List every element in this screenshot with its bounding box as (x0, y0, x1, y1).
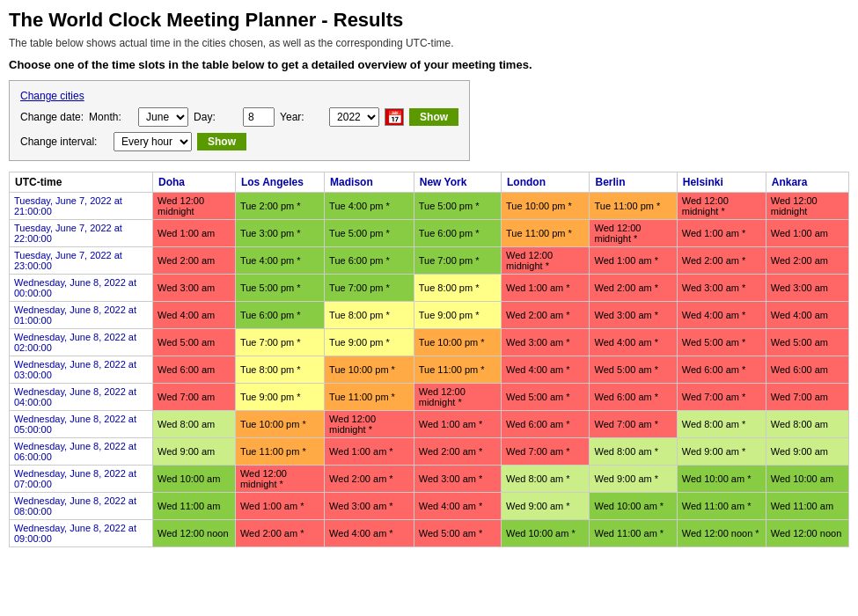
city-cell[interactable]: Wed 12:00 noon (153, 520, 236, 547)
city-cell[interactable]: Wed 6:00 am (766, 356, 848, 384)
city-cell[interactable]: Wed 4:00 am (153, 302, 236, 329)
city-cell[interactable]: Wed 5:00 am * (414, 520, 501, 547)
table-row[interactable]: Wednesday, June 8, 2022 at 04:00:00Wed 7… (10, 384, 849, 411)
city-cell[interactable]: Tue 9:00 pm * (235, 384, 324, 411)
city-cell[interactable]: Wed 12:00 midnight * (590, 220, 677, 247)
city-cell[interactable]: Wed 7:00 am * (502, 438, 590, 466)
city-cell[interactable]: Wed 8:00 am * (590, 438, 677, 466)
city-cell[interactable]: Wed 4:00 am * (325, 520, 414, 547)
city-cell[interactable]: Wed 8:00 am (766, 411, 848, 438)
city-cell[interactable]: Wed 12:00 midnight (766, 193, 848, 220)
city-cell[interactable]: Wed 12:00 midnight * (677, 193, 766, 220)
city-cell[interactable]: Wed 1:00 am * (677, 220, 766, 247)
city-cell[interactable]: Wed 10:00 am * (502, 520, 590, 547)
city-cell[interactable]: Tue 10:00 pm * (502, 193, 590, 220)
city-cell[interactable]: Tue 10:00 pm * (325, 356, 414, 384)
city-cell[interactable]: Wed 2:00 am * (325, 466, 414, 493)
table-row[interactable]: Wednesday, June 8, 2022 at 00:00:00Wed 3… (10, 275, 849, 302)
city-cell[interactable]: Tue 9:00 pm * (414, 302, 501, 329)
city-cell[interactable]: Wed 11:00 am (153, 493, 236, 520)
city-cell[interactable]: Wed 2:00 am * (590, 275, 677, 302)
month-select[interactable]: June (138, 107, 188, 127)
city-cell[interactable]: Wed 4:00 am * (502, 356, 590, 384)
city-cell[interactable]: Wed 9:00 am * (502, 493, 590, 520)
city-cell[interactable]: Wed 11:00 am * (590, 520, 677, 547)
city-cell[interactable]: Tue 5:00 pm * (235, 275, 324, 302)
city-cell[interactable]: Tue 8:00 pm * (414, 275, 501, 302)
city-cell[interactable]: Wed 3:00 am * (325, 493, 414, 520)
city-cell[interactable]: Wed 9:00 am (766, 438, 848, 466)
city-cell[interactable]: Wed 1:00 am * (502, 275, 590, 302)
city-cell[interactable]: Wed 5:00 am * (502, 384, 590, 411)
city-cell[interactable]: Wed 7:00 am * (677, 384, 766, 411)
table-row[interactable]: Wednesday, June 8, 2022 at 03:00:00Wed 6… (10, 356, 849, 384)
city-cell[interactable]: Tue 11:00 pm * (590, 193, 677, 220)
city-cell[interactable]: Wed 4:00 am * (590, 329, 677, 356)
table-row[interactable]: Wednesday, June 8, 2022 at 01:00:00Wed 4… (10, 302, 849, 329)
city-cell[interactable]: Wed 10:00 am (766, 466, 848, 493)
city-cell[interactable]: Tue 8:00 pm * (235, 356, 324, 384)
city-cell[interactable]: Wed 3:00 am * (590, 302, 677, 329)
city-cell[interactable]: Tue 11:00 pm * (414, 356, 501, 384)
show-button-2[interactable]: Show (197, 133, 246, 150)
city-cell[interactable]: Wed 1:00 am * (235, 493, 324, 520)
calendar-icon[interactable] (385, 108, 404, 126)
city-cell[interactable]: Tue 2:00 pm * (235, 193, 324, 220)
city-cell[interactable]: Wed 11:00 am (766, 493, 848, 520)
city-cell[interactable]: Wed 6:00 am * (677, 356, 766, 384)
city-cell[interactable]: Tue 5:00 pm * (414, 193, 501, 220)
city-cell[interactable]: Wed 1:00 am * (414, 411, 501, 438)
interval-select[interactable]: Every hour (114, 132, 192, 151)
table-row[interactable]: Wednesday, June 8, 2022 at 06:00:00Wed 9… (10, 438, 849, 466)
city-cell[interactable]: Wed 4:00 am * (414, 493, 501, 520)
day-input[interactable] (243, 107, 275, 127)
city-cell[interactable]: Tue 11:00 pm * (502, 220, 590, 247)
table-row[interactable]: Tuesday, June 7, 2022 at 21:00:00Wed 12:… (10, 193, 849, 220)
show-button[interactable]: Show (409, 108, 458, 126)
city-cell[interactable]: Tue 7:00 pm * (235, 329, 324, 356)
city-cell[interactable]: Wed 2:00 am * (235, 520, 324, 547)
city-cell[interactable]: Tue 4:00 pm * (235, 247, 324, 275)
city-cell[interactable]: Wed 10:00 am * (590, 493, 677, 520)
city-cell[interactable]: Wed 5:00 am (153, 329, 236, 356)
city-cell[interactable]: Wed 7:00 am (153, 384, 236, 411)
city-cell[interactable]: Wed 3:00 am (153, 275, 236, 302)
city-cell[interactable]: Wed 10:00 am * (677, 466, 766, 493)
city-cell[interactable]: Tue 4:00 pm * (325, 193, 414, 220)
city-cell[interactable]: Wed 2:00 am * (677, 247, 766, 275)
city-cell[interactable]: Wed 1:00 am (153, 220, 236, 247)
city-cell[interactable]: Wed 1:00 am * (590, 247, 677, 275)
city-cell[interactable]: Wed 1:00 am (766, 220, 848, 247)
city-cell[interactable]: Wed 4:00 am * (677, 302, 766, 329)
city-cell[interactable]: Wed 3:00 am * (414, 466, 501, 493)
city-cell[interactable]: Wed 12:00 midnight * (235, 466, 324, 493)
city-cell[interactable]: Tue 11:00 pm * (325, 384, 414, 411)
city-cell[interactable]: Wed 12:00 midnight * (414, 384, 501, 411)
city-cell[interactable]: Tue 5:00 pm * (325, 220, 414, 247)
city-cell[interactable]: Wed 1:00 am * (325, 438, 414, 466)
city-cell[interactable]: Wed 2:00 am (153, 247, 236, 275)
table-row[interactable]: Wednesday, June 8, 2022 at 02:00:00Wed 5… (10, 329, 849, 356)
city-cell[interactable]: Wed 3:00 am (766, 275, 848, 302)
city-cell[interactable]: Wed 6:00 am (153, 356, 236, 384)
change-cities-link[interactable]: Change cities (20, 90, 117, 102)
city-cell[interactable]: Wed 2:00 am * (414, 438, 501, 466)
city-cell[interactable]: Wed 11:00 am * (677, 493, 766, 520)
city-cell[interactable]: Tue 9:00 pm * (325, 329, 414, 356)
city-cell[interactable]: Wed 7:00 am * (590, 411, 677, 438)
city-cell[interactable]: Wed 5:00 am * (677, 329, 766, 356)
year-select[interactable]: 2022 (329, 107, 379, 127)
table-row[interactable]: Wednesday, June 8, 2022 at 09:00:00Wed 1… (10, 520, 849, 547)
city-cell[interactable]: Tue 6:00 pm * (235, 302, 324, 329)
city-cell[interactable]: Wed 8:00 am (153, 411, 236, 438)
city-cell[interactable]: Wed 8:00 am * (502, 466, 590, 493)
city-cell[interactable]: Wed 5:00 am * (590, 356, 677, 384)
city-cell[interactable]: Wed 12:00 noon (766, 520, 848, 547)
city-cell[interactable]: Wed 12:00 midnight * (325, 411, 414, 438)
city-cell[interactable]: Tue 10:00 pm * (235, 411, 324, 438)
city-cell[interactable]: Wed 3:00 am * (677, 275, 766, 302)
city-cell[interactable]: Tue 7:00 pm * (325, 275, 414, 302)
city-cell[interactable]: Wed 9:00 am (153, 438, 236, 466)
city-cell[interactable]: Wed 7:00 am (766, 384, 848, 411)
city-cell[interactable]: Wed 2:00 am (766, 247, 848, 275)
